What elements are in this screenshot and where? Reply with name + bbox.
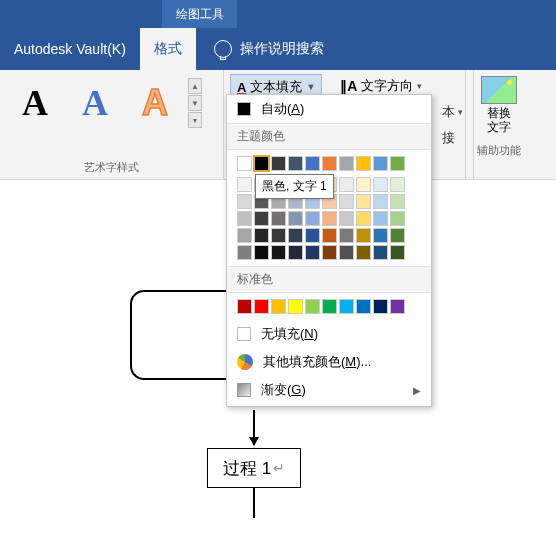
connector-arrow-1[interactable] <box>253 410 255 445</box>
connector-arrow-2[interactable] <box>253 488 255 518</box>
no-fill-item[interactable]: 无填充(N) <box>227 320 431 348</box>
theme-shade-swatch[interactable] <box>254 211 269 226</box>
theme-color-swatch[interactable] <box>373 156 388 171</box>
theme-color-swatch[interactable] <box>271 156 286 171</box>
theme-shade-swatch[interactable] <box>305 245 320 260</box>
dropdown-arrow-icon: ▾ <box>417 81 422 91</box>
standard-color-swatch[interactable] <box>237 299 252 314</box>
theme-shade-swatch[interactable] <box>237 194 252 209</box>
context-tab-drawing-tools[interactable]: 绘图工具 <box>162 0 237 28</box>
color-automatic[interactable]: 自动(A) <box>227 95 431 123</box>
theme-shade-swatch[interactable] <box>356 228 371 243</box>
replace-text-button[interactable]: 替换 文字 <box>466 70 532 141</box>
theme-shade-swatch[interactable] <box>254 228 269 243</box>
standard-color-swatch[interactable] <box>305 299 320 314</box>
theme-shade-swatch[interactable] <box>356 194 371 209</box>
theme-shade-swatch[interactable] <box>390 194 405 209</box>
shape-rounded-rect[interactable] <box>130 290 230 380</box>
search-placeholder: 操作说明搜索 <box>240 40 324 58</box>
theme-shade-swatch[interactable] <box>237 211 252 226</box>
theme-shade-swatch[interactable] <box>390 245 405 260</box>
color-wheel-icon <box>237 354 253 370</box>
theme-color-swatch[interactable] <box>322 156 337 171</box>
theme-shade-swatch[interactable] <box>373 177 388 192</box>
theme-color-swatch[interactable] <box>254 156 269 171</box>
paragraph-mark-icon: ↵ <box>273 460 285 476</box>
theme-shade-swatch[interactable] <box>339 194 354 209</box>
ribbon-item-connect[interactable]: 接 <box>438 127 467 149</box>
more-fill-colors-item[interactable]: 其他填充颜色(M)... <box>227 348 431 376</box>
theme-shade-swatch[interactable] <box>390 211 405 226</box>
gallery-more-button[interactable]: ▾ <box>188 112 202 128</box>
group-label-wordart: 艺术字样式 <box>6 158 217 177</box>
color-tooltip: 黑色, 文字 1 <box>255 174 334 199</box>
swatch-auto-icon <box>237 102 251 116</box>
theme-shade-swatch[interactable] <box>237 177 252 192</box>
tab-autodesk-vault[interactable]: Autodesk Vault(K) <box>0 28 140 70</box>
theme-shade-swatch[interactable] <box>373 245 388 260</box>
gallery-up-button[interactable]: ▲ <box>188 78 202 94</box>
theme-color-swatch[interactable] <box>288 156 303 171</box>
tab-format[interactable]: 格式 <box>140 28 196 70</box>
theme-shade-swatch[interactable] <box>271 211 286 226</box>
theme-shade-swatch[interactable] <box>237 228 252 243</box>
theme-shade-swatch[interactable] <box>237 245 252 260</box>
group-label-accessibility: 辅助功能 <box>466 141 532 160</box>
standard-color-swatch[interactable] <box>373 299 388 314</box>
standard-color-swatch[interactable] <box>322 299 337 314</box>
tell-me-search[interactable]: 操作说明搜索 <box>214 28 324 70</box>
standard-color-swatch[interactable] <box>339 299 354 314</box>
submenu-arrow-icon: ▶ <box>413 385 421 396</box>
theme-shade-swatch[interactable] <box>288 211 303 226</box>
ribbon-item-link-text[interactable]: 本▾ <box>438 101 467 123</box>
theme-shade-swatch[interactable] <box>288 245 303 260</box>
no-fill-icon <box>237 327 251 341</box>
theme-shade-swatch[interactable] <box>271 228 286 243</box>
lightbulb-icon <box>214 40 232 58</box>
standard-color-swatch[interactable] <box>288 299 303 314</box>
theme-shade-swatch[interactable] <box>390 228 405 243</box>
theme-shade-swatch[interactable] <box>390 177 405 192</box>
theme-shade-swatch[interactable] <box>339 177 354 192</box>
theme-color-swatch[interactable] <box>339 156 354 171</box>
text-fill-dropdown: 自动(A) 主题颜色 黑色, 文字 1 标准色 无填充(N) 其他填充颜色(M)… <box>226 94 432 407</box>
gradient-icon <box>237 383 251 397</box>
theme-shade-swatch[interactable] <box>373 211 388 226</box>
theme-shade-swatch[interactable] <box>339 211 354 226</box>
text-fill-icon: A <box>237 80 246 95</box>
theme-color-swatch[interactable] <box>237 156 252 171</box>
theme-shade-swatch[interactable] <box>305 228 320 243</box>
text-direction-icon: ∥A <box>340 78 357 94</box>
theme-shade-swatch[interactable] <box>356 211 371 226</box>
dropdown-arrow-icon: ▼ <box>306 82 315 92</box>
wordart-style-2[interactable]: A <box>66 74 124 132</box>
theme-shade-swatch[interactable] <box>356 177 371 192</box>
theme-shade-swatch[interactable] <box>339 228 354 243</box>
gallery-down-button[interactable]: ▼ <box>188 95 202 111</box>
theme-shade-swatch[interactable] <box>373 194 388 209</box>
wordart-style-1[interactable]: A <box>6 74 64 132</box>
theme-shade-swatch[interactable] <box>271 245 286 260</box>
theme-color-swatch[interactable] <box>390 156 405 171</box>
theme-shade-swatch[interactable] <box>322 245 337 260</box>
theme-shade-swatch[interactable] <box>339 245 354 260</box>
gradient-item[interactable]: 渐变(G) ▶ <box>227 376 431 404</box>
standard-colors-header: 标准色 <box>227 266 431 293</box>
standard-color-swatch[interactable] <box>254 299 269 314</box>
shape-process-1[interactable]: 过程 1↵ <box>207 448 301 488</box>
theme-shade-swatch[interactable] <box>322 228 337 243</box>
standard-color-swatch[interactable] <box>271 299 286 314</box>
theme-shade-swatch[interactable] <box>322 211 337 226</box>
theme-shade-swatch[interactable] <box>356 245 371 260</box>
theme-color-swatch[interactable] <box>356 156 371 171</box>
theme-shade-swatch[interactable] <box>373 228 388 243</box>
standard-color-swatch[interactable] <box>390 299 405 314</box>
theme-shade-swatch[interactable] <box>305 211 320 226</box>
theme-colors-header: 主题颜色 <box>227 123 431 150</box>
theme-color-swatch[interactable] <box>305 156 320 171</box>
theme-shade-swatch[interactable] <box>288 228 303 243</box>
standard-color-swatch[interactable] <box>356 299 371 314</box>
picture-icon <box>481 76 517 104</box>
theme-shade-swatch[interactable] <box>254 245 269 260</box>
wordart-style-3[interactable]: A <box>126 74 184 132</box>
